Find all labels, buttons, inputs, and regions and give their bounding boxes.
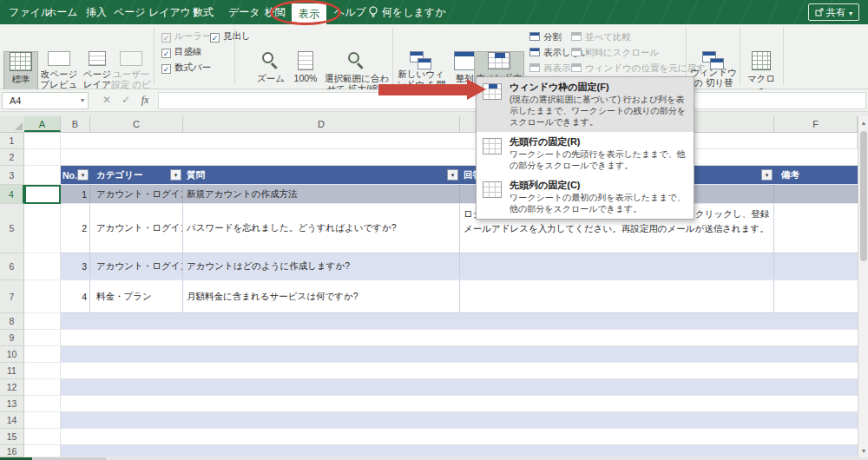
- tab-insert[interactable]: 挿入: [86, 0, 107, 24]
- freeze-first-column-icon: [483, 181, 502, 198]
- excel-window: ファイル ホーム 挿入 ページ レイアウト 数式 データ 校閲 表示 ヘルプ 何…: [0, 0, 868, 460]
- cancel-icon[interactable]: ✕: [97, 92, 116, 109]
- zoom-100-icon: [298, 51, 313, 70]
- filter-button[interactable]: ▾: [761, 169, 773, 181]
- ruler-checkbox: ✓ルーラー: [161, 30, 212, 43]
- column-header-c[interactable]: C: [90, 116, 183, 132]
- table-row[interactable]: 14: [0, 412, 858, 429]
- synchronous-scrolling-icon: [571, 48, 582, 56]
- normal-view-icon: [10, 52, 32, 71]
- table-row[interactable]: 12: [0, 379, 858, 396]
- table-row[interactable]: 13: [0, 396, 858, 412]
- hide-icon: [529, 48, 540, 56]
- filter-button[interactable]: ▾: [447, 169, 458, 181]
- reset-window-position-icon: [571, 63, 582, 72]
- synchronous-scrolling-button: 同時にスクロール: [571, 45, 659, 60]
- chevron-down-icon: ▾: [81, 93, 84, 108]
- ribbon-tab-bar: ファイル ホーム 挿入 ページ レイアウト 数式 データ 校閲 表示 ヘルプ 何…: [0, 0, 868, 24]
- table-row[interactable]: 6 3 アカウント・ログイン アカウントはどのように作成しますか?: [0, 253, 858, 280]
- filter-button[interactable]: ▾: [170, 169, 181, 181]
- sheet-grid: 1 2 3 No. ▾ カテゴリー ▾ 質問 ▾: [0, 133, 858, 457]
- table-row[interactable]: 10: [0, 346, 858, 363]
- macros-icon: [752, 51, 771, 70]
- header-cell-no[interactable]: No. ▾: [61, 166, 90, 184]
- view-side-by-side-button: 並べて比較: [571, 30, 631, 44]
- table-row[interactable]: 9: [0, 330, 858, 346]
- header-cell-question[interactable]: 質問 ▾: [183, 166, 460, 184]
- tab-data[interactable]: データ: [228, 0, 260, 24]
- annotation-arrow: [378, 84, 467, 95]
- checkbox-checked-icon: ✓: [161, 49, 171, 58]
- scrollbar-thumb[interactable]: [860, 131, 867, 261]
- column-header-a[interactable]: A: [24, 116, 61, 132]
- scroll-down-icon[interactable]: ▼: [858, 444, 868, 457]
- unhide-icon: [529, 63, 540, 72]
- tab-file[interactable]: ファイル: [9, 0, 51, 24]
- arrange-all-icon: [454, 51, 475, 70]
- lightbulb-icon: [368, 6, 378, 22]
- selected-cell-a4[interactable]: [24, 185, 61, 204]
- scroll-up-icon[interactable]: ▲: [858, 116, 868, 129]
- menu-item-freeze-first-column[interactable]: 先頭列の固定(C) ワークシートの最初の列を表示したままで、他の部分をスクロール…: [477, 175, 694, 219]
- column-header-b[interactable]: B: [61, 116, 90, 132]
- table-row[interactable]: 15: [0, 429, 858, 445]
- freeze-panes-menu: ウィンドウ枠の固定(F) (現在の選択範囲に基づいて) 行および列を表示したまま…: [476, 76, 694, 220]
- table-row[interactable]: 4 1 アカウント・ログイン 新規アカウントの作成方法: [0, 185, 858, 204]
- checkbox-checked-icon: ✓: [161, 33, 171, 43]
- custom-views-icon: [120, 51, 142, 66]
- share-icon: [815, 8, 824, 16]
- name-box[interactable]: A4 ▾: [2, 92, 89, 109]
- table-row[interactable]: 5 2 アカウント・ログイン パスワードを忘れました。どうすればよいですか? ロ…: [0, 204, 858, 253]
- column-headers: A B C D E F: [0, 116, 858, 133]
- headings-checkbox[interactable]: ✓見出し: [210, 30, 251, 43]
- menu-item-freeze-panes[interactable]: ウィンドウ枠の固定(F) (現在の選択範囲に基づいて) 行および列を表示したまま…: [477, 77, 694, 132]
- gridlines-checkbox[interactable]: ✓目盛線: [161, 45, 202, 59]
- table-header-row[interactable]: 3 No. ▾ カテゴリー ▾ 質問 ▾ 回答 ▾: [0, 166, 858, 185]
- table-row[interactable]: 8: [0, 313, 858, 330]
- ribbon: 標準 改ページ プレビュー ページ レイアウト ユーザー設定 のビュー ブックの…: [0, 24, 868, 89]
- vertical-scrollbar[interactable]: ▲ ▼: [858, 116, 868, 457]
- select-all-corner[interactable]: [0, 116, 24, 132]
- checkbox-checked-icon: ✓: [210, 33, 220, 43]
- zoom-to-selection-icon: [347, 51, 366, 70]
- checkbox-checked-icon: ✓: [161, 64, 171, 74]
- split-button[interactable]: 分割: [529, 30, 562, 44]
- split-icon: [529, 32, 540, 41]
- freeze-top-row-icon: [483, 138, 502, 154]
- tab-formulas[interactable]: 数式: [193, 0, 214, 24]
- row-1[interactable]: 1: [0, 133, 858, 149]
- enter-icon[interactable]: ✓: [116, 92, 135, 109]
- tab-page-layout[interactable]: ページ レイアウト: [114, 0, 201, 24]
- magnifier-icon: [261, 51, 280, 70]
- view-side-by-side-icon: [571, 32, 582, 41]
- freeze-panes-icon: [488, 52, 510, 69]
- new-window-icon: [410, 51, 432, 66]
- chevron-down-icon: ▾: [849, 10, 852, 17]
- formula-bar-checkbox[interactable]: ✓数式バー: [161, 61, 211, 75]
- insert-function-icon[interactable]: fx: [135, 92, 155, 109]
- table-row[interactable]: 11: [0, 363, 858, 379]
- table-row[interactable]: 16: [0, 445, 858, 457]
- annotation-arrow-head: [467, 79, 486, 100]
- tell-me-box[interactable]: 何をしますか: [382, 0, 445, 24]
- share-button[interactable]: 共有▾: [808, 3, 859, 21]
- page-layout-view-icon: [89, 51, 106, 66]
- header-cell-note[interactable]: 備考: [774, 166, 858, 184]
- menu-item-freeze-top-row[interactable]: 先頭行の固定(R) ワークシートの先頭行を表示したままで、他の部分をスクロールで…: [477, 132, 694, 175]
- page-break-preview-icon: [48, 51, 70, 66]
- switch-windows-icon: [702, 51, 725, 64]
- tab-home[interactable]: ホーム: [46, 0, 78, 24]
- column-header-d[interactable]: D: [183, 116, 460, 132]
- annotation-circle: [270, 0, 341, 25]
- column-header-f[interactable]: F: [774, 116, 858, 132]
- table-row[interactable]: 7 4 料金・プラン 月額料金に含まれるサービスは何ですか?: [0, 280, 858, 313]
- row-2[interactable]: 2: [0, 149, 858, 166]
- unhide-button: 再表示: [529, 61, 571, 76]
- filter-button[interactable]: ▾: [77, 169, 89, 181]
- header-cell-category[interactable]: カテゴリー ▾: [90, 166, 183, 184]
